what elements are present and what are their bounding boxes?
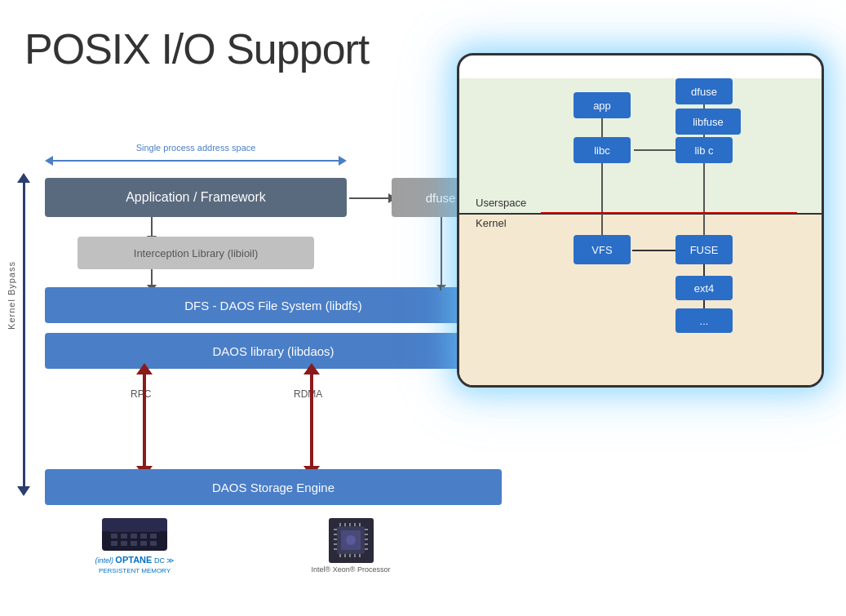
rp-app-label: app <box>593 100 611 112</box>
rp-dfuse-top-label: dfuse <box>691 86 717 98</box>
svg-rect-9 <box>131 541 137 546</box>
intel-cpu-inner <box>333 522 369 559</box>
red-arrow-left <box>143 371 146 469</box>
svg-rect-34 <box>365 543 368 545</box>
svg-rect-30 <box>334 548 337 550</box>
svg-point-15 <box>346 535 356 545</box>
svg-rect-7 <box>111 541 117 546</box>
svg-rect-24 <box>354 554 356 557</box>
intel-optane: (intel) OPTANE DC ≫ PERSISTENT MEMORY <box>73 518 196 576</box>
interception-label: Interception Library (libioil) <box>134 247 258 259</box>
svg-rect-20 <box>359 523 361 526</box>
svg-rect-27 <box>334 534 337 535</box>
addr-arrow-left-head <box>45 156 53 166</box>
daos-lib-label: DAOS library (libdaos) <box>212 344 334 358</box>
svg-rect-6 <box>150 534 157 538</box>
rp-dots-label: ... <box>700 315 709 327</box>
svg-rect-35 <box>365 548 368 550</box>
app-framework-box: Application / Framework <box>45 178 347 217</box>
rp-red-line <box>541 212 797 214</box>
svg-rect-10 <box>140 541 147 546</box>
svg-rect-11 <box>150 541 157 546</box>
rp-line-right-fuse <box>703 163 705 235</box>
right-panel: Userspace Kernel app dfuse libfuse libc … <box>457 53 824 388</box>
rp-line-fuse-ext4 <box>703 264 705 276</box>
rp-line-app-libc <box>601 118 603 137</box>
rp-libc-left-label: libc <box>594 144 610 157</box>
svg-rect-26 <box>334 529 337 530</box>
svg-rect-8 <box>121 541 127 546</box>
svg-rect-29 <box>334 543 337 545</box>
svg-rect-3 <box>121 534 127 538</box>
rp-line-ext4-dots <box>703 300 705 308</box>
dfs-box: DFS - DAOS File System (libdfs) <box>45 287 502 323</box>
address-space-container: Single process address space <box>45 143 347 167</box>
userspace-region <box>459 78 822 213</box>
rp-ext4-box: ext4 <box>675 276 733 300</box>
daos-storage-label: DAOS Storage Engine <box>212 481 334 494</box>
rp-libfuse-label: libfuse <box>693 116 724 128</box>
arrow-dfuse-to-dfs <box>441 217 442 286</box>
intel-cpu-label: Intel® Xeon® Processor <box>310 565 392 574</box>
arrow-app-to-dfuse <box>349 197 390 199</box>
address-space-label: Single process address space <box>45 143 347 153</box>
dfuse-label-left: dfuse <box>426 191 456 205</box>
intel-optane-label: (intel) OPTANE DC ≫ PERSISTENT MEMORY <box>73 554 196 576</box>
rp-libc-right-box: lib c <box>675 137 733 163</box>
rp-fuse-label: FUSE <box>690 244 719 256</box>
svg-rect-1 <box>109 521 160 532</box>
svg-rect-32 <box>365 534 368 535</box>
rp-line-libc-h <box>634 149 675 151</box>
svg-rect-4 <box>131 534 137 538</box>
daos-storage-box: DAOS Storage Engine <box>45 469 502 505</box>
rp-line-dfuse-libfuse <box>703 104 705 109</box>
svg-rect-31 <box>365 529 368 530</box>
rp-vfs-box: VFS <box>574 235 631 264</box>
svg-rect-17 <box>344 523 346 526</box>
rp-dots-box: ... <box>675 308 733 333</box>
kernel-bypass-arrow <box>23 179 25 490</box>
svg-rect-23 <box>349 554 351 557</box>
arrow-down-2 <box>151 269 153 286</box>
rp-line-left-vfs <box>601 163 603 235</box>
rp-line-libfuse-libc <box>703 135 705 137</box>
rdma-label: RDMA <box>294 388 322 400</box>
rp-dfuse-top-box: dfuse <box>675 78 733 104</box>
rp-app-box: app <box>574 92 631 118</box>
svg-rect-21 <box>339 554 341 557</box>
rp-fuse-box: FUSE <box>675 235 733 264</box>
kernel-label: Kernel <box>476 217 507 229</box>
svg-rect-2 <box>111 534 117 538</box>
svg-rect-5 <box>140 534 147 538</box>
svg-rect-33 <box>365 538 368 540</box>
rp-line-vfs-fuse <box>632 250 675 251</box>
userspace-label: Userspace <box>476 197 526 209</box>
page-title: POSIX I/O Support <box>24 24 369 73</box>
intel-cpu-chip <box>329 518 374 563</box>
svg-rect-25 <box>359 554 361 557</box>
kernel-region <box>459 213 822 385</box>
svg-rect-28 <box>334 538 337 540</box>
kernel-bypass-label: Kernel Bypass <box>7 261 23 330</box>
intel-optane-chip <box>102 518 167 551</box>
rp-libfuse-box: libfuse <box>675 109 741 135</box>
rp-libc-left-box: libc <box>574 137 631 163</box>
svg-rect-18 <box>349 523 351 526</box>
interception-box: Interception Library (libioil) <box>78 237 314 269</box>
svg-rect-22 <box>344 554 346 557</box>
arrow-down-1 <box>151 217 153 237</box>
dfs-label: DFS - DAOS File System (libdfs) <box>184 299 362 312</box>
rp-vfs-label: VFS <box>591 244 612 256</box>
app-framework-label: Application / Framework <box>126 190 266 205</box>
rp-libc-right-label: lib c <box>694 144 713 157</box>
rp-ext4-label: ext4 <box>694 282 715 295</box>
address-space-arrow <box>45 154 347 167</box>
rpc-label: RPC <box>131 388 151 400</box>
daos-lib-box: DAOS library (libdaos) <box>45 333 502 369</box>
svg-rect-19 <box>354 523 356 526</box>
svg-rect-16 <box>339 523 341 526</box>
red-arrow-right <box>310 371 313 469</box>
intel-cpu: Intel® Xeon® Processor <box>310 518 392 574</box>
